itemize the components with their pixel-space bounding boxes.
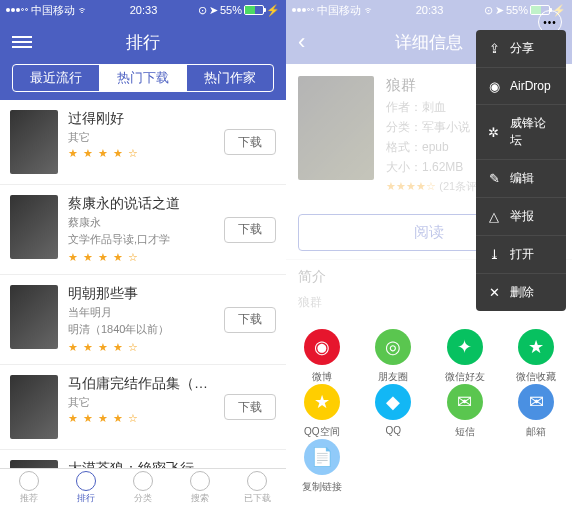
share-item[interactable]: ◉微博: [286, 329, 358, 384]
bottom-bar: 推荐排行分类搜索已下载: [0, 468, 286, 506]
share-item[interactable]: ★微信收藏: [501, 329, 573, 384]
bottombar-item[interactable]: 搜索: [172, 469, 229, 506]
bottombar-icon: [19, 471, 39, 491]
share-icon: ✉: [447, 384, 483, 420]
share-label: 微博: [312, 370, 332, 384]
book-category: 文学作品导读,口才学: [68, 232, 214, 247]
download-button[interactable]: 下载: [224, 307, 276, 333]
dropdown-icon: ✎: [486, 171, 502, 187]
dropdown-item[interactable]: ✕删除: [476, 274, 566, 311]
tab-hot-author[interactable]: 热门作家: [187, 65, 273, 91]
dropdown-item[interactable]: ⇪分享: [476, 30, 566, 68]
share-label: QQ空间: [304, 425, 340, 439]
bottombar-icon: [133, 471, 153, 491]
share-label: 微信好友: [445, 370, 485, 384]
dropdown-label: 删除: [510, 284, 534, 301]
book-cover: [10, 110, 58, 174]
share-label: 朋友圈: [378, 370, 408, 384]
book-author: 其它: [68, 395, 214, 410]
bottombar-item[interactable]: 分类: [114, 469, 171, 506]
dropdown-item[interactable]: ◉AirDrop: [476, 68, 566, 105]
dropdown-icon: ◉: [486, 78, 502, 94]
share-icon: ★: [304, 384, 340, 420]
share-item[interactable]: ◆QQ: [358, 384, 430, 439]
dropdown-label: 威锋论坛: [510, 115, 557, 149]
book-row[interactable]: 蔡康永的说话之道 蔡康永 文学作品导读,口才学 ★ ★ ★ ★ ☆ 下载: [0, 185, 286, 275]
book-row[interactable]: 过得刚好 其它 ★ ★ ★ ★ ☆ 下载: [0, 100, 286, 185]
share-icon: ◆: [375, 384, 411, 420]
share-label: 短信: [455, 425, 475, 439]
detail-screen: 中国移动 ᯤ 20:33 ⊙ ➤ 55% ⚡ ‹ 详细信息 ••• 狼群 作者：…: [286, 0, 572, 506]
battery-icon: [244, 5, 264, 15]
share-sheet: ◉微博◎朋友圈✦微信好友★微信收藏★QQ空间◆QQ✉短信✉邮箱📄复制链接: [286, 317, 572, 506]
share-label: 邮箱: [526, 425, 546, 439]
book-row[interactable]: 明朝那些事 当年明月 明清（1840年以前） ★ ★ ★ ★ ☆ 下载: [0, 275, 286, 365]
book-row[interactable]: 马伯庸完结作品集（套装共8部… 其它 ★ ★ ★ ★ ☆ 下载: [0, 365, 286, 450]
share-icon: 📄: [304, 439, 340, 475]
share-icon: ◉: [304, 329, 340, 365]
wifi-icon: ᯤ: [78, 4, 89, 16]
navbar: 排行: [0, 20, 286, 64]
menu-icon[interactable]: [12, 36, 32, 48]
dropdown-icon: ✕: [486, 285, 502, 301]
location-icon: ➤: [209, 4, 218, 17]
dropdown-item[interactable]: ✲威锋论坛: [476, 105, 566, 160]
book-title: 过得刚好: [68, 110, 214, 128]
bottombar-item[interactable]: 排行: [57, 469, 114, 506]
download-button[interactable]: 下载: [224, 394, 276, 420]
book-title: 马伯庸完结作品集（套装共8部…: [68, 375, 214, 393]
bottombar-icon: [247, 471, 267, 491]
dropdown-icon: △: [486, 209, 502, 225]
status-bar: 中国移动 ᯤ 20:33 ⊙ ➤ 55% ⚡: [0, 0, 286, 20]
book-row[interactable]: 大漠苍狼：绝密飞行 下载: [0, 450, 286, 468]
share-item[interactable]: ★QQ空间: [286, 384, 358, 439]
charging-icon: ⚡: [266, 4, 280, 17]
book-cover: [10, 460, 58, 468]
alarm-icon: ⊙: [198, 4, 207, 17]
dropdown-icon: ✲: [486, 124, 502, 140]
tab-recent[interactable]: 最近流行: [13, 65, 100, 91]
bottombar-label: 分类: [134, 492, 152, 505]
book-category: 明清（1840年以前）: [68, 322, 214, 337]
share-icon: ◎: [375, 329, 411, 365]
bottombar-icon: [190, 471, 210, 491]
carrier: 中国移动: [31, 3, 75, 18]
bottombar-icon: [76, 471, 96, 491]
book-list[interactable]: 过得刚好 其它 ★ ★ ★ ★ ☆ 下载 蔡康永的说话之道 蔡康永 文学作品导读…: [0, 100, 286, 468]
dropdown-label: 编辑: [510, 170, 534, 187]
dropdown-icon: ⤓: [486, 247, 502, 263]
book-cover: [10, 195, 58, 259]
bottombar-item[interactable]: 已下载: [229, 469, 286, 506]
share-item[interactable]: ✦微信好友: [429, 329, 501, 384]
bottombar-item[interactable]: 推荐: [0, 469, 57, 506]
dropdown-item[interactable]: ✎编辑: [476, 160, 566, 198]
share-item[interactable]: 📄复制链接: [286, 439, 358, 494]
book-author: 蔡康永: [68, 215, 214, 230]
share-item[interactable]: ◎朋友圈: [358, 329, 430, 384]
ranking-screen: 中国移动 ᯤ 20:33 ⊙ ➤ 55% ⚡ 排行 最近流行 热门下载 热门作家…: [0, 0, 286, 506]
dropdown-icon: ⇪: [486, 41, 502, 57]
book-author: 其它: [68, 130, 214, 145]
battery-pct: 55%: [220, 4, 242, 16]
dropdown-item[interactable]: ⤓打开: [476, 236, 566, 274]
download-button[interactable]: 下载: [224, 129, 276, 155]
download-button[interactable]: 下载: [224, 217, 276, 243]
dropdown-item[interactable]: △举报: [476, 198, 566, 236]
share-item[interactable]: ✉短信: [429, 384, 501, 439]
book-title: 蔡康永的说话之道: [68, 195, 214, 213]
bottombar-label: 排行: [77, 492, 95, 505]
share-label: 微信收藏: [516, 370, 556, 384]
book-title: 大漠苍狼：绝密飞行: [68, 460, 214, 468]
share-icon: ✉: [518, 384, 554, 420]
share-label: QQ: [385, 425, 401, 436]
dropdown-label: 举报: [510, 208, 534, 225]
share-item[interactable]: ✉邮箱: [501, 384, 573, 439]
segmented-tabs: 最近流行 热门下载 热门作家: [12, 64, 274, 92]
rating-stars: ★ ★ ★ ★ ☆: [68, 147, 214, 160]
action-dropdown: ⇪分享◉AirDrop✲威锋论坛✎编辑△举报⤓打开✕删除: [476, 30, 566, 311]
rating-stars: ★ ★ ★ ★ ☆: [68, 412, 214, 425]
tab-hot-download[interactable]: 热门下载: [100, 65, 187, 91]
book-title: 明朝那些事: [68, 285, 214, 303]
dropdown-label: AirDrop: [510, 79, 551, 93]
share-label: 复制链接: [302, 480, 342, 494]
